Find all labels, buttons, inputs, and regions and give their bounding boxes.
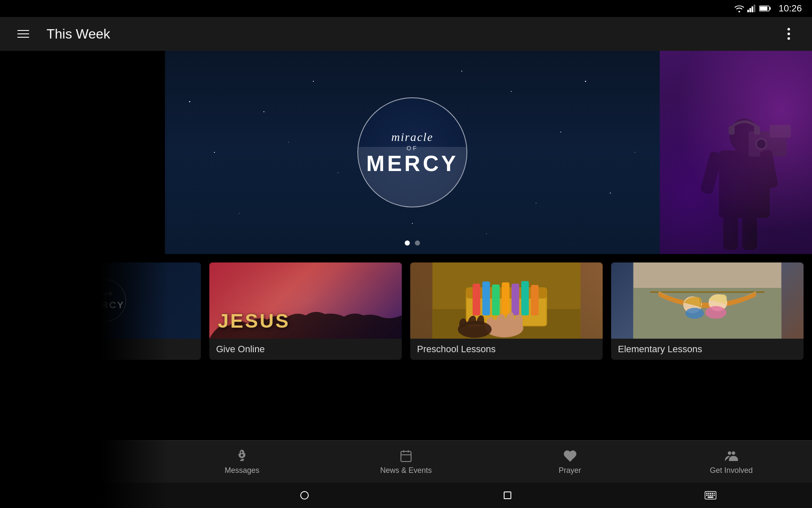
svg-rect-14 (723, 216, 738, 250)
keyboard-icon (705, 491, 716, 500)
wifi-icon (735, 5, 744, 12)
elementary-label-bar: Elementary Lessons (611, 339, 804, 360)
svg-rect-1 (749, 8, 751, 12)
svg-rect-15 (742, 216, 757, 250)
svg-rect-38 (401, 451, 411, 461)
message-notes-thumbnail: miracle OF MERCY (8, 262, 201, 339)
dot-2 (787, 33, 790, 35)
hamburger-line-1 (17, 30, 29, 31)
give-online-card[interactable]: JESUS Give Online (209, 262, 402, 360)
carousel-right-slide[interactable] (660, 51, 812, 254)
svg-rect-27 (521, 281, 529, 315)
svg-rect-52 (710, 495, 711, 496)
nav-prayer[interactable]: Prayer (538, 445, 602, 478)
svg-rect-51 (708, 495, 710, 496)
svg-point-11 (756, 139, 766, 149)
give-online-thumbnail: JESUS (209, 262, 402, 339)
svg-point-42 (728, 451, 731, 455)
prayer-icon (562, 448, 578, 464)
svg-rect-45 (706, 493, 708, 494)
svg-rect-47 (710, 493, 711, 494)
more-options-button[interactable] (778, 23, 799, 44)
svg-point-37 (686, 308, 704, 319)
get-involved-icon (724, 448, 739, 464)
give-online-label-bar: Give Online (209, 339, 402, 360)
prayer-nav-label: Prayer (559, 466, 581, 475)
home-circle-icon (300, 491, 309, 500)
message-notes-card[interactable]: miracle OF MERCY Message Notes (8, 262, 201, 360)
news-events-icon (398, 448, 414, 464)
svg-rect-3 (754, 5, 755, 12)
hero-carousel: miracle OF MERCY (0, 51, 812, 254)
svg-rect-2 (752, 6, 753, 12)
recents-button[interactable] (497, 488, 518, 503)
recents-square-icon (504, 491, 511, 499)
page-title: This Week (47, 26, 778, 42)
svg-rect-49 (714, 493, 715, 494)
hammock-scene (611, 262, 804, 339)
mini-miracle-text: miracle (97, 290, 112, 297)
carousel-indicators (405, 240, 420, 246)
mini-of-text: OF (102, 297, 108, 300)
status-icons: 10:26 (735, 3, 802, 14)
elementary-lessons-card[interactable]: Elementary Lessons (611, 262, 804, 360)
camera-person-silhouette (677, 85, 804, 254)
this-week-nav-label: This Week (63, 466, 99, 475)
svg-rect-50 (706, 495, 708, 496)
camera-scene (660, 51, 812, 254)
nav-get-involved[interactable]: Get Involved (700, 445, 763, 478)
mercy-text: MERCY (366, 152, 458, 174)
nav-messages[interactable]: Messages (210, 445, 274, 478)
svg-rect-26 (512, 284, 519, 315)
menu-button[interactable] (13, 23, 34, 44)
svg-rect-23 (483, 282, 490, 315)
svg-rect-25 (502, 282, 510, 315)
preschool-lessons-card[interactable]: Preschool Lessons (410, 262, 603, 360)
this-week-icon (73, 448, 88, 464)
svg-rect-22 (473, 284, 480, 315)
mini-mercy-text: MERCY (85, 300, 124, 311)
svg-rect-46 (708, 493, 710, 494)
svg-rect-0 (747, 10, 749, 12)
get-involved-nav-label: Get Involved (710, 466, 753, 475)
mini-logo-circle: miracle OF MERCY (84, 279, 126, 322)
nav-this-week[interactable]: This Week (49, 445, 112, 478)
svg-rect-28 (531, 285, 539, 315)
messages-nav-label: Messages (225, 466, 259, 475)
svg-rect-24 (492, 284, 500, 315)
news-events-nav-label: News & Events (380, 466, 432, 475)
carousel-main-slide[interactable]: miracle OF MERCY (165, 51, 660, 254)
content-grid: miracle OF MERCY Message Notes JESUS Giv… (0, 262, 812, 457)
crayons-visual (410, 262, 603, 339)
svg-point-43 (732, 451, 735, 455)
indicator-2[interactable] (415, 240, 420, 246)
jesus-text: JESUS (218, 309, 290, 332)
dot-1 (787, 28, 790, 30)
home-button[interactable] (294, 488, 315, 503)
message-notes-label: Message Notes (15, 344, 80, 355)
back-icon (96, 490, 107, 500)
svg-rect-55 (708, 497, 713, 498)
svg-point-36 (705, 306, 727, 319)
preschool-label: Preschool Lessons (417, 344, 496, 355)
status-bar: 10:26 (0, 0, 812, 17)
svg-rect-17 (754, 126, 760, 135)
message-notes-label-bar: Message Notes (8, 339, 201, 360)
svg-rect-54 (714, 495, 715, 496)
preschool-label-bar: Preschool Lessons (410, 339, 603, 360)
elementary-thumbnail (611, 262, 804, 339)
give-online-label: Give Online (216, 344, 265, 355)
carousel-logo: miracle OF MERCY (353, 93, 472, 212)
crayons-svg (410, 262, 603, 339)
logo-circle: miracle OF MERCY (357, 97, 467, 207)
keyboard-button[interactable] (700, 488, 721, 503)
nav-news-events[interactable]: News & Events (372, 445, 440, 478)
back-button[interactable] (91, 488, 112, 503)
svg-rect-48 (712, 493, 713, 494)
indicator-1[interactable] (405, 240, 410, 246)
signal-icon (747, 5, 756, 12)
dot-3 (787, 37, 790, 40)
svg-rect-53 (712, 495, 713, 496)
of-text: OF (406, 145, 418, 152)
preschool-thumbnail (410, 262, 603, 339)
